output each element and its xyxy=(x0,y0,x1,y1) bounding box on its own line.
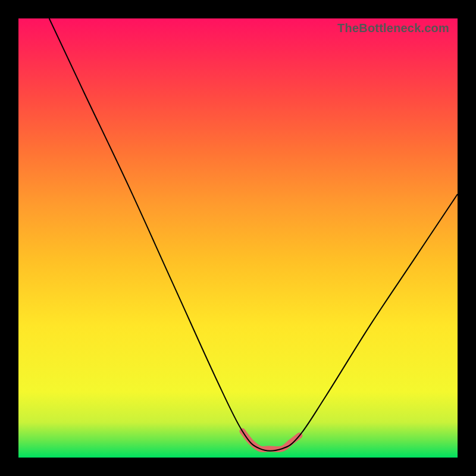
curve-layer xyxy=(18,18,458,458)
highlight-segment xyxy=(242,431,299,449)
chart-frame: TheBottleneck.com xyxy=(0,0,476,476)
bottleneck-curve xyxy=(49,18,458,451)
plot-area: TheBottleneck.com xyxy=(18,18,458,458)
